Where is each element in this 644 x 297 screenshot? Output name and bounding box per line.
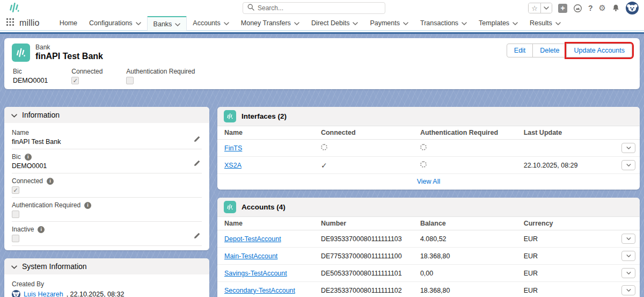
unchecked-dashed-icon bbox=[321, 144, 327, 150]
nav-tab-transactions[interactable]: Transactions bbox=[414, 16, 473, 31]
view-all-link[interactable]: View All bbox=[417, 178, 441, 185]
row-actions-button[interactable] bbox=[621, 143, 635, 153]
related-table-interfaces: NameConnectedAuthentication RequiredLast… bbox=[217, 126, 640, 174]
record-link[interactable]: XS2A bbox=[224, 162, 241, 169]
chevron-down-icon bbox=[175, 20, 180, 28]
row-actions-button[interactable] bbox=[621, 160, 635, 170]
notifications-bell-icon[interactable] bbox=[612, 4, 620, 12]
row-actions-button[interactable] bbox=[621, 268, 635, 278]
info-icon[interactable]: i bbox=[25, 154, 32, 161]
record-link[interactable]: FinTS bbox=[224, 144, 242, 152]
update-accounts-button[interactable]: Update Accounts bbox=[566, 44, 632, 57]
table-cell: DE93533700080111111103 bbox=[317, 230, 416, 248]
detail-field-created-by: Created ByLuis Hezareh, 22.10.2025, 08:3… bbox=[12, 277, 202, 297]
system-information-section-header[interactable]: System Information bbox=[4, 258, 209, 274]
nav-tab-home[interactable]: Home bbox=[54, 16, 83, 31]
table-cell: DE77533700080111111100 bbox=[317, 248, 416, 265]
table-cell: EUR bbox=[519, 230, 615, 248]
information-section-title: Information bbox=[22, 111, 60, 119]
table-cell-actions bbox=[615, 157, 640, 174]
help-icon[interactable]: ? bbox=[588, 4, 593, 12]
field-label-text: Connected bbox=[12, 177, 43, 185]
delete-button[interactable]: Delete bbox=[532, 44, 567, 57]
search-icon bbox=[247, 3, 254, 13]
nav-tab-configurations[interactable]: Configurations bbox=[83, 16, 147, 31]
nav-tab-results[interactable]: Results bbox=[524, 16, 567, 31]
search-input[interactable] bbox=[258, 4, 380, 12]
record-link[interactable]: Secondary-TestAccount bbox=[224, 287, 295, 294]
detail-field-connected: Connectedi✓ bbox=[12, 173, 202, 198]
field-label-text: Bic bbox=[12, 153, 21, 161]
related-list-header-accounts[interactable]: Accounts (4) bbox=[217, 198, 640, 216]
related-list-accounts: Accounts (4)NameNumberBalanceCurrencyDep… bbox=[217, 198, 640, 297]
table-cell: Depot-TestAccount bbox=[217, 230, 317, 248]
checkbox-unchecked: ✓ bbox=[126, 77, 134, 84]
field-value: ✓ bbox=[12, 235, 202, 243]
record-link[interactable]: Depot-TestAccount bbox=[224, 235, 281, 243]
highlight-field-authentication-required: Authentication Required✓ bbox=[126, 68, 195, 84]
chevron-down-icon bbox=[555, 19, 561, 27]
nav-tab-accounts[interactable]: Accounts bbox=[187, 16, 235, 31]
edit-pencil-icon[interactable] bbox=[193, 135, 201, 145]
row-actions-button[interactable] bbox=[621, 251, 635, 261]
nav-tab-templates[interactable]: Templates bbox=[473, 16, 524, 31]
table-cell: Savings-TestAccount bbox=[217, 265, 317, 282]
related-list-title: Interfaces (2) bbox=[241, 112, 287, 120]
field-label: Bici bbox=[12, 153, 202, 161]
record-link[interactable]: Savings-TestAccount bbox=[224, 270, 287, 277]
record-link[interactable]: Main-TestAccount bbox=[224, 252, 277, 260]
record-entity-label: Bank bbox=[35, 44, 103, 51]
chevron-down-icon bbox=[462, 19, 467, 27]
table-cell: DE23533700080111111102 bbox=[317, 282, 416, 297]
related-list-interfaces: Interfaces (2)NameConnectedAuthenticatio… bbox=[217, 107, 640, 190]
user-link[interactable]: Luis Hezareh bbox=[24, 291, 63, 297]
checkbox-checked: ✓ bbox=[12, 186, 19, 194]
information-section-header[interactable]: Information bbox=[4, 107, 209, 123]
table-cell: Main-TestAccount bbox=[217, 248, 317, 265]
nav-tab-label: Transactions bbox=[420, 19, 458, 27]
app-launcher-icon[interactable] bbox=[6, 18, 14, 28]
nav-tab-label: Payments bbox=[370, 19, 400, 27]
related-list-title: Accounts (4) bbox=[241, 203, 286, 211]
bank-record-icon bbox=[12, 44, 30, 62]
checkbox-checked: ✓ bbox=[71, 77, 79, 84]
row-actions-button[interactable] bbox=[621, 285, 635, 295]
table-cell-actions bbox=[615, 265, 640, 282]
user-avatar[interactable] bbox=[626, 2, 639, 15]
row-actions-button[interactable] bbox=[621, 234, 635, 244]
related-list-header-interfaces[interactable]: Interfaces (2) bbox=[217, 107, 640, 126]
nav-tab-label: Home bbox=[60, 19, 77, 27]
table-cell bbox=[317, 140, 416, 157]
nav-tab-money-transfers[interactable]: Money Transfers bbox=[235, 16, 305, 31]
info-icon[interactable]: i bbox=[38, 226, 45, 233]
edit-pencil-icon[interactable] bbox=[193, 160, 201, 169]
global-actions-icon[interactable]: + bbox=[558, 4, 567, 13]
edit-button[interactable]: Edit bbox=[507, 44, 533, 57]
global-search[interactable] bbox=[243, 2, 385, 14]
column-header: Authentication Required bbox=[416, 126, 519, 140]
chevron-down-icon bbox=[403, 19, 408, 27]
chevron-down-icon bbox=[136, 19, 141, 27]
nav-tab-payments[interactable]: Payments bbox=[364, 16, 414, 31]
edit-pencil-icon[interactable] bbox=[193, 232, 201, 242]
nav-tab-direct-debits[interactable]: Direct Debits bbox=[305, 16, 364, 31]
table-row: Main-TestAccountDE7753370008011111110018… bbox=[217, 248, 640, 265]
millio-logo-icon bbox=[9, 2, 20, 16]
column-header: Name bbox=[217, 217, 317, 230]
setup-gear-icon[interactable]: ⚙ bbox=[599, 3, 606, 13]
nav-tab-label: Direct Debits bbox=[311, 19, 350, 27]
field-value: DEMO0001 bbox=[12, 162, 202, 170]
detail-field-authentication-required: Authentication Requiredi✓ bbox=[12, 198, 202, 222]
nav-tab-banks[interactable]: Banks bbox=[147, 16, 187, 31]
favorites-star-icon[interactable]: ☆ bbox=[529, 3, 540, 13]
column-header: Balance bbox=[416, 217, 519, 230]
table-cell: ✓ bbox=[317, 157, 416, 174]
chevron-down-icon bbox=[11, 262, 17, 271]
field-label: Authentication Requiredi bbox=[12, 201, 202, 209]
info-icon[interactable]: i bbox=[47, 178, 54, 185]
table-cell: 4.080,52 bbox=[416, 230, 519, 248]
info-icon[interactable]: i bbox=[84, 202, 91, 209]
favorites-dropdown-icon[interactable] bbox=[540, 3, 552, 13]
trailhead-help-icon[interactable] bbox=[573, 4, 582, 13]
field-value: ✓ bbox=[12, 211, 202, 219]
